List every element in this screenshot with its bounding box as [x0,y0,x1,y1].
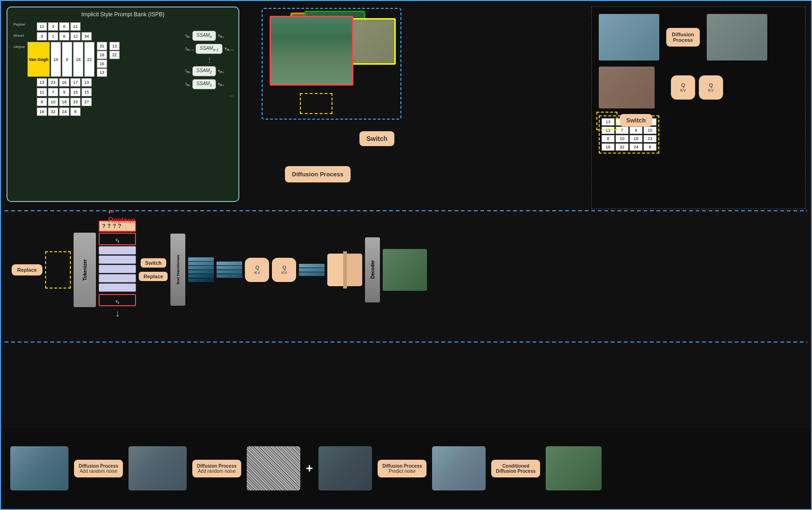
tr-row1: DiffusionProcess [592,7,805,64]
unet-book [327,251,362,289]
qkv-lower-2: Q KV [272,258,296,282]
switch-area: Switch Replace [139,258,168,281]
bottom-img-final [546,446,602,490]
bottom-noise-img [247,446,300,490]
switch-label-middle[interactable]: Switch [359,131,394,146]
tr-building-img-3 [599,67,655,108]
bottom-diff-label-3: Diffusion ProcessPredict noise [378,460,426,477]
plus-sign: + [306,461,313,476]
tr-qkv-2: Q KV [699,75,723,100]
bottom-img-4 [432,446,486,490]
style-img-front [270,16,353,86]
bottom-img-3 [318,446,372,490]
text-transformer-label: Text Transformer [176,255,180,285]
replace-label-lower[interactable]: Replace [12,264,42,275]
ssam-n: SSAMn [192,31,216,41]
row-label-peploe: Peploe [14,22,25,27]
row-label-ukiyoe: Ukiyoe [14,45,25,49]
lower-main: Replace Tokenizer ↩ Replace ? ? ? ? vk [5,208,807,331]
output-image [383,249,427,291]
tr-qkv-container: Q KV Q KV [671,75,723,100]
tr-qkv-1: Q KV [671,75,695,100]
main-container: Implicit Style Prompt Bank (ISPB) Peploe… [0,0,812,510]
small-dashed-box [300,93,332,114]
h-divider-1 [5,205,807,206]
ssam-2: SSAM2 [192,66,216,76]
decoder-label: Decoder [370,260,375,279]
token-row-3 [99,265,136,273]
top-right-panel: DiffusionProcess Q KV Q KV 13231617 [591,7,805,209]
bottom-img-1 [10,446,68,490]
diff-layers-left [188,257,214,282]
small-dashed-lower [45,251,71,289]
qkv-lower-1: Q KV [245,258,269,282]
tokenizer-box: Tokenizer [74,233,96,307]
tr-switch-label[interactable]: Switch [620,114,652,127]
tr-row2: Q KV Q KV [592,64,805,111]
tr-building-img-2 [707,14,767,60]
ispb-panel: Implicit Style Prompt Bank (ISPB) Peploe… [7,7,239,202]
bottom-img-2 [129,446,187,490]
token-row-1 [99,246,136,255]
diffusion-process-center: Diffusion Process [285,166,351,182]
tr-diffusion-label: DiffusionProcess [666,28,700,47]
bottom-diff-label-1: Diffusion ProcessAdd random noise [74,460,123,477]
tokenizer-label: Tokenizer [82,259,88,281]
switch-label-lower[interactable]: Switch [141,258,166,268]
token-rows-area: ↩ Replace ? ? ? ? vk vk ↓ [99,221,136,319]
token-row-2 [99,255,136,264]
ispb-title: Implicit Style Prompt Bank (ISPB) [11,11,235,18]
row-label-monet: Monet [14,34,24,38]
diff-layers-mid [217,262,242,278]
token-row-4 [99,274,136,282]
tr-small-dashed [596,112,617,130]
style-images-cluster [262,8,401,120]
ssam-n1: SSAMn-1 [196,44,223,54]
vk-row: vk [99,233,136,245]
qkv-double-lower: Q KV Q KV [245,258,296,282]
decoder-box: Decoder [365,237,380,302]
text-transformer-box: Text Transformer [170,234,185,306]
yellow-arrow-down: ↓ [99,308,136,319]
replace-curved-arrow: ↩ Replace [108,208,136,225]
diff-layers-right [299,264,325,276]
ssam-1: SSAM1 [192,79,216,89]
h-divider-2 [5,336,807,337]
replace-label-lower2[interactable]: Replace [139,272,168,281]
bottom-section: Diffusion ProcessAdd random noise Diffus… [1,428,811,509]
ssam-container: Imₙ SSAMn vmₙ Imₙ₋₁ SSAMn-1 vmₙ₋₁ ⋮ Im₂ … [185,31,234,97]
bottom-diff-label-2: Diffusion ProcessAdd random noise [192,460,241,477]
vk-bottom-row: vk [99,294,136,307]
token-row-5 [99,283,136,292]
bottom-conditioned-label: ConditionedDiffusion Process [491,460,540,477]
tr-building-img-1 [599,14,659,60]
